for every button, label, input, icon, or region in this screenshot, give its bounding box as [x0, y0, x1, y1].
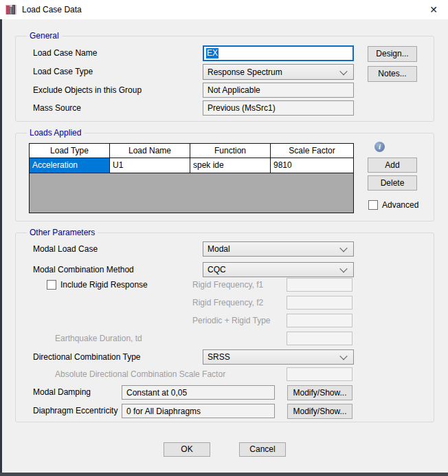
load-case-name-selected-text: EX [206, 48, 219, 58]
modal-combination-method-value: CQC [208, 265, 226, 274]
modal-damping-label: Modal Damping [33, 385, 91, 400]
table-header-row: Load Type Load Name Function Scale Facto… [30, 144, 353, 158]
delete-button[interactable]: Delete [368, 175, 417, 191]
earthquake-duration-label: Earthquake Duration, td [55, 332, 142, 345]
diaphragm-eccentricity-field: 0 for All Diaphragms [122, 404, 275, 418]
app-icon [5, 4, 16, 15]
info-icon[interactable]: i [374, 142, 385, 152]
load-case-type-label: Load Case Type [33, 64, 93, 79]
other-parameters-group-label: Other Parameters [27, 228, 98, 238]
advanced-checkbox[interactable] [368, 200, 378, 210]
periodic-rigid-type-input [287, 314, 352, 327]
modal-combination-method-label: Modal Combination Method [33, 262, 134, 277]
load-case-name-label: Load Case Name [33, 45, 97, 61]
rigid-frequency-f2-label: Rigid Frequency, f2 [192, 296, 263, 310]
include-rigid-response-checkbox[interactable] [47, 280, 56, 290]
directional-combination-type-value: SRSS [208, 352, 230, 362]
exclude-objects-field: Not Applicable [203, 83, 354, 98]
exclude-objects-label: Exclude Objects in this Group [33, 83, 142, 98]
mass-source-field: Previous (MsSrc1) [203, 100, 354, 116]
cell-scale-factor[interactable]: 9810 [271, 158, 353, 173]
modal-combination-method-dropdown[interactable]: CQC [203, 262, 354, 277]
window-bottom-edge [0, 473, 448, 476]
loads-applied-group-label: Loads Applied [27, 128, 84, 138]
cell-load-type[interactable]: Acceleration [30, 158, 110, 173]
diaphragm-eccentricity-label: Diaphragm Eccentricity [33, 404, 117, 418]
notes-button[interactable]: Notes... [368, 66, 417, 82]
design-button[interactable]: Design... [368, 46, 417, 62]
modal-damping-field: Constant at 0,05 [122, 385, 275, 400]
mass-source-label: Mass Source [33, 100, 81, 116]
cell-function[interactable]: spek ide [190, 158, 271, 173]
cell-load-name[interactable]: U1 [110, 158, 190, 173]
rigid-frequency-f2-input [287, 296, 352, 310]
column-header-scale-factor: Scale Factor [271, 144, 353, 158]
column-header-function: Function [190, 144, 271, 158]
advanced-checkbox-label: Advanced [382, 200, 418, 210]
abs-directional-scale-factor-input [287, 367, 352, 381]
load-case-data-dialog: Load Case Data ✕ General Load Case Name … [0, 0, 448, 476]
load-case-type-dropdown[interactable]: Response Spectrum [203, 64, 354, 80]
diaphragm-eccentricity-modify-show-button[interactable]: Modify/Show... [287, 404, 352, 419]
window-left-edge [0, 19, 2, 476]
column-header-load-name: Load Name [110, 144, 190, 158]
modal-load-case-value: Modal [208, 244, 230, 254]
add-button[interactable]: Add [368, 158, 417, 173]
loads-applied-table[interactable]: Load Type Load Name Function Scale Facto… [29, 143, 354, 213]
rigid-frequency-f1-label: Rigid Frequency, f1 [192, 278, 263, 292]
directional-combination-type-label: Directional Combination Type [33, 349, 141, 365]
modal-damping-modify-show-button[interactable]: Modify/Show... [287, 385, 352, 400]
cancel-button[interactable]: Cancel [239, 442, 286, 457]
rigid-frequency-f1-input [287, 278, 352, 292]
load-case-name-input[interactable]: EX [203, 45, 354, 61]
close-icon[interactable]: ✕ [419, 0, 448, 19]
window-title: Load Case Data [22, 0, 82, 19]
earthquake-duration-input [287, 332, 352, 345]
periodic-rigid-type-label: Periodic + Rigid Type [192, 314, 271, 327]
include-rigid-response-label: Include Rigid Response [60, 280, 148, 290]
table-row[interactable]: Acceleration U1 spek ide 9810 [30, 158, 353, 173]
load-case-type-value: Response Spectrum [208, 67, 282, 77]
ok-button[interactable]: OK [164, 442, 210, 457]
modal-load-case-label: Modal Load Case [33, 241, 98, 257]
general-group-label: General [27, 31, 62, 41]
modal-load-case-dropdown[interactable]: Modal [203, 241, 354, 257]
titlebar: Load Case Data ✕ [0, 0, 448, 19]
directional-combination-type-dropdown[interactable]: SRSS [203, 349, 354, 365]
column-header-load-type: Load Type [30, 144, 110, 158]
abs-directional-scale-factor-label: Absolute Directional Combination Scale F… [55, 367, 225, 381]
